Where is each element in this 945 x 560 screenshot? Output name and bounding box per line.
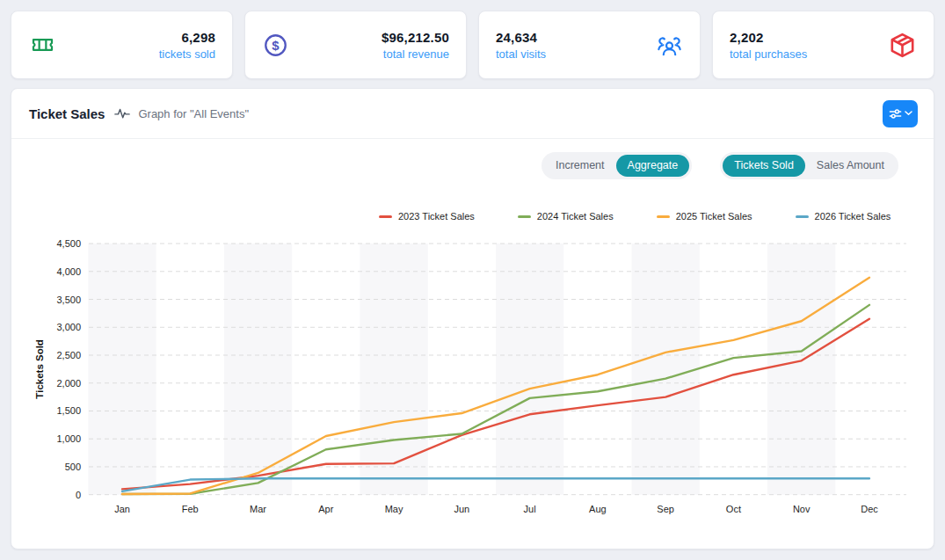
y-tick-label: 4,000 — [56, 266, 81, 277]
stat-label: total visits — [496, 47, 546, 61]
legend-item[interactable]: 2026 Ticket Sales — [796, 211, 891, 222]
x-tick-label: Nov — [793, 504, 811, 514]
package-icon — [888, 31, 917, 60]
toggle-option-tickets-sold[interactable]: Tickets Sold — [723, 155, 805, 177]
month-stripe — [767, 244, 835, 495]
x-tick-label: Jun — [454, 504, 469, 514]
x-tick-label: Mar — [250, 504, 266, 514]
stat-label: tickets sold — [159, 47, 215, 61]
legend-label: 2024 Ticket Sales — [537, 211, 614, 222]
stat-card-total-revenue: $ $96,212.50 total revenue — [244, 11, 467, 79]
x-tick-label: Oct — [726, 504, 741, 514]
x-tick-label: Jul — [524, 504, 536, 514]
svg-text:$: $ — [272, 38, 280, 52]
y-axis-title: Tickets Sold — [34, 339, 45, 399]
mode-toggle-group: Increment Aggregate — [542, 152, 692, 179]
y-tick-label: 500 — [65, 462, 81, 472]
y-tick-label: 0 — [76, 490, 81, 500]
toggle-option-increment[interactable]: Increment — [544, 155, 616, 177]
legend-swatch — [657, 215, 670, 218]
x-tick-label: Feb — [182, 504, 199, 514]
stat-card-tickets-sold: 6,298 tickets sold — [11, 11, 233, 79]
x-tick-label: Aug — [589, 504, 607, 514]
dollar-circle-icon: $ — [262, 32, 289, 59]
stat-label: total purchases — [730, 47, 807, 61]
metric-toggle-group: Tickets Sold Sales Amount — [720, 152, 898, 179]
y-tick-label: 1,000 — [56, 433, 81, 444]
toggle-option-sales-amount[interactable]: Sales Amount — [805, 155, 896, 177]
stats-row: 6,298 tickets sold $ $96,212.50 total re… — [11, 11, 934, 79]
legend-item[interactable]: 2023 Ticket Sales — [379, 211, 475, 222]
month-stripe — [632, 244, 700, 495]
stat-card-total-purchases: 2,202 total purchases — [712, 11, 934, 79]
chevron-down-icon — [905, 111, 912, 116]
legend-label: 2026 Ticket Sales — [815, 211, 891, 222]
month-stripe — [224, 244, 292, 495]
y-tick-label: 2,500 — [56, 350, 81, 360]
stat-card-total-visits: 24,634 total visits — [478, 11, 701, 79]
stat-value: 24,634 — [496, 30, 546, 45]
y-tick-label: 1,500 — [56, 405, 81, 416]
y-tick-label: 2,000 — [56, 378, 81, 389]
legend-label: 2025 Ticket Sales — [676, 211, 752, 222]
month-stripe — [360, 244, 427, 495]
activity-icon — [114, 107, 130, 120]
y-tick-label: 4,500 — [56, 238, 81, 249]
x-tick-label: Apr — [318, 504, 333, 514]
stat-label: total revenue — [382, 47, 449, 61]
sliders-icon — [889, 108, 902, 120]
chart-controls: Increment Aggregate Tickets Sold Sales A… — [542, 152, 898, 179]
stat-value: 6,298 — [159, 30, 215, 45]
y-tick-label: 3,000 — [56, 322, 81, 332]
chart-settings-button[interactable] — [883, 100, 918, 127]
y-tick-label: 3,500 — [56, 295, 81, 305]
chart-subtitle: Graph for "All Events" — [138, 107, 249, 120]
ticket-sales-panel: Ticket Sales Graph for "All Events" — [11, 88, 934, 549]
x-tick-label: Sep — [657, 504, 674, 514]
legend-label: 2023 Ticket Sales — [398, 211, 475, 222]
chart-title: Ticket Sales — [29, 106, 105, 121]
legend-item[interactable]: 2024 Ticket Sales — [518, 211, 614, 222]
stat-value: $96,212.50 — [382, 30, 449, 45]
ticket-icon — [28, 33, 57, 57]
x-tick-label: Dec — [861, 504, 878, 514]
chart-legend: 2023 Ticket Sales2024 Ticket Sales2025 T… — [379, 211, 890, 222]
toggle-option-aggregate[interactable]: Aggregate — [616, 155, 690, 177]
legend-swatch — [796, 215, 809, 218]
chart-header: Ticket Sales Graph for "All Events" — [11, 89, 934, 139]
legend-swatch — [379, 215, 392, 218]
x-tick-label: Jan — [114, 504, 130, 514]
legend-item[interactable]: 2025 Ticket Sales — [657, 211, 752, 222]
legend-swatch — [518, 215, 531, 218]
month-stripe — [496, 244, 563, 495]
x-tick-label: May — [385, 504, 403, 514]
month-stripe — [88, 244, 156, 495]
stat-value: 2,202 — [730, 30, 807, 45]
ticket-sales-line-chart: 05001,0001,5002,0002,5003,0003,5004,0004… — [11, 229, 935, 524]
users-icon — [656, 33, 683, 57]
